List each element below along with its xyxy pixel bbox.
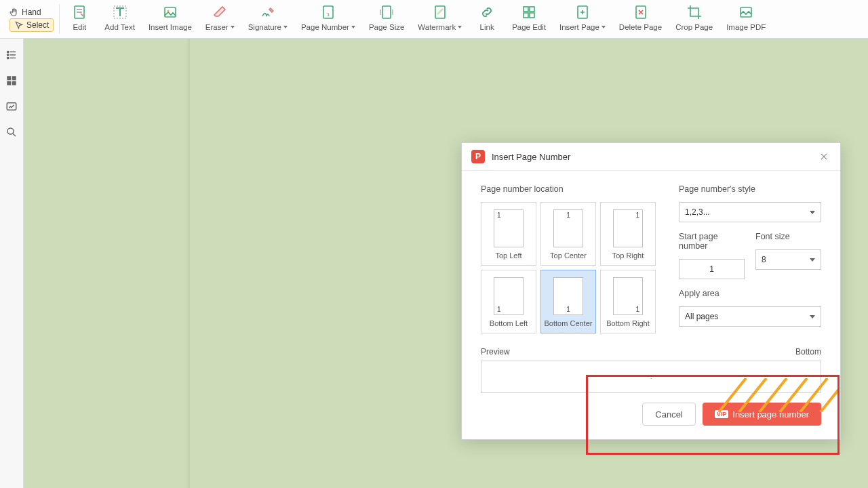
dialog-title: Insert Page Number <box>492 152 817 162</box>
hand-icon <box>9 7 19 17</box>
preview-box: . <box>481 361 821 393</box>
signature-icon <box>258 3 277 22</box>
eraser-icon <box>210 3 229 22</box>
svg-rect-9 <box>530 7 534 12</box>
crop-page-button[interactable]: Crop Page <box>669 0 719 38</box>
page-edit-icon <box>519 3 538 22</box>
link-label: Link <box>480 23 494 31</box>
signature-label: Signature <box>248 23 288 31</box>
location-bottom-right[interactable]: 1Bottom Right <box>600 270 656 333</box>
page-number-icon: 1 <box>319 3 338 22</box>
insert-page-number-button[interactable]: VIP Insert page number <box>703 403 821 426</box>
insert-page-number-dialog: P Insert Page Number Page number locatio… <box>461 142 841 440</box>
select-label: Select <box>26 20 49 30</box>
crop-icon <box>685 3 704 22</box>
vip-badge: VIP <box>715 410 729 418</box>
svg-rect-10 <box>524 13 528 18</box>
preview-header: Preview Bottom <box>462 347 840 357</box>
link-icon <box>477 3 496 22</box>
delete-page-label: Delete Page <box>619 23 662 31</box>
watermark-button[interactable]: Watermark <box>411 0 469 38</box>
options-section: Page number's style 1,2,3... Start page … <box>679 184 821 336</box>
svg-rect-20 <box>7 81 11 85</box>
search-panel-button[interactable] <box>3 124 20 140</box>
close-button[interactable] <box>817 150 831 163</box>
svg-point-16 <box>7 54 9 56</box>
page-number-label: Page Number <box>301 23 355 31</box>
cancel-button[interactable]: Cancel <box>642 403 695 426</box>
location-top-left[interactable]: 1Top Left <box>481 202 536 266</box>
svg-rect-22 <box>7 103 16 110</box>
style-label: Page number's style <box>679 184 821 194</box>
add-text-button[interactable]: Add Text <box>98 0 142 38</box>
chevron-down-icon <box>351 26 355 28</box>
location-top-center[interactable]: 1Top Center <box>540 202 596 266</box>
chevron-down-icon <box>810 315 815 319</box>
app-logo-icon: P <box>471 150 485 163</box>
page-edit-label: Page Edit <box>512 23 546 31</box>
chevron-down-icon <box>283 26 288 28</box>
start-page-input[interactable]: 1 <box>679 259 745 279</box>
svg-rect-6 <box>382 6 391 18</box>
apply-area-select[interactable]: All pages <box>679 306 821 327</box>
area-label: Apply area <box>679 289 821 298</box>
crop-page-label: Crop Page <box>675 23 713 31</box>
main-toolbar: Hand Select Edit Add Text Insert Image E… <box>0 0 868 39</box>
location-top-right[interactable]: 1Top Right <box>600 202 656 266</box>
page-size-icon <box>377 3 396 22</box>
edit-button[interactable]: Edit <box>61 0 98 38</box>
insert-image-button[interactable]: Insert Image <box>142 0 199 38</box>
svg-point-17 <box>7 57 9 58</box>
svg-rect-11 <box>530 13 534 18</box>
delete-page-button[interactable]: Delete Page <box>612 0 669 38</box>
image-pdf-icon <box>736 3 755 22</box>
svg-rect-8 <box>524 7 528 12</box>
location-bottom-center[interactable]: 1Bottom Center <box>540 270 596 333</box>
location-bottom-left[interactable]: 1Bottom Left <box>481 270 536 333</box>
thumbnails-panel-button[interactable] <box>3 73 20 89</box>
insert-page-icon <box>573 3 592 22</box>
insert-page-label: Insert Page <box>559 23 606 31</box>
svg-rect-18 <box>7 76 11 80</box>
dialog-body: Page number location 1Top Left 1Top Cent… <box>462 171 840 342</box>
page-size-button[interactable]: Page Size <box>362 0 411 38</box>
image-pdf-button[interactable]: Image PDF <box>719 0 772 38</box>
watermark-label: Watermark <box>418 23 462 31</box>
eraser-label: Eraser <box>205 23 235 31</box>
annotations-panel-button[interactable] <box>3 98 20 115</box>
svg-rect-21 <box>12 81 16 85</box>
insert-image-label: Insert Image <box>149 23 192 31</box>
outline-panel-button[interactable] <box>3 47 20 63</box>
start-label: Start page number <box>679 232 745 251</box>
chevron-down-icon <box>810 258 815 262</box>
image-icon <box>161 3 180 22</box>
signature-button[interactable]: Signature <box>241 0 294 38</box>
cursor-icon <box>14 20 24 30</box>
svg-rect-2 <box>165 7 176 17</box>
add-text-label: Add Text <box>104 23 135 31</box>
eraser-button[interactable]: Eraser <box>199 0 241 38</box>
chevron-down-icon <box>458 26 462 28</box>
svg-text:1: 1 <box>327 12 330 18</box>
left-sidebar <box>0 39 24 488</box>
chevron-down-icon <box>810 211 815 214</box>
font-size-select[interactable]: 8 <box>755 249 821 270</box>
page-edit-button[interactable]: Page Edit <box>505 0 553 38</box>
dialog-titlebar: P Insert Page Number <box>462 143 840 171</box>
svg-point-23 <box>7 128 14 134</box>
page-number-button[interactable]: 1 Page Number <box>294 0 362 38</box>
svg-rect-19 <box>12 76 16 80</box>
select-tool[interactable]: Select <box>9 18 54 32</box>
link-button[interactable]: Link <box>469 0 505 38</box>
hand-select-group: Hand Select <box>5 0 58 38</box>
style-select[interactable]: 1,2,3... <box>679 202 821 222</box>
preview-position-label: Bottom <box>795 347 821 357</box>
image-pdf-label: Image PDF <box>726 23 766 31</box>
location-label: Page number location <box>481 184 658 194</box>
font-label: Font size <box>755 232 821 241</box>
preview-page-number: . <box>650 374 652 380</box>
page-size-label: Page Size <box>369 23 404 31</box>
separator <box>59 4 60 34</box>
hand-tool[interactable]: Hand <box>9 7 41 17</box>
insert-page-button[interactable]: Insert Page <box>553 0 612 38</box>
